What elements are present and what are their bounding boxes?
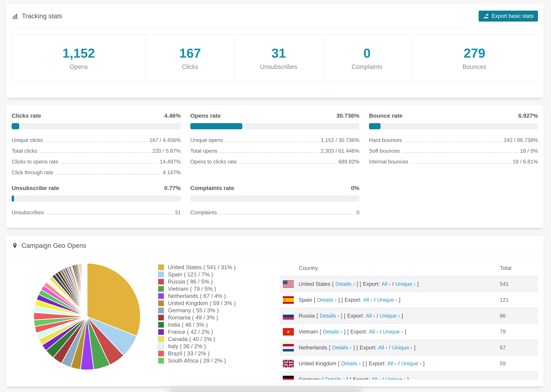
dotted-leader bbox=[55, 174, 161, 175]
details-link[interactable]: Details › bbox=[332, 345, 352, 351]
table-row: Russia [Details ›] [Export: All › / Uniq… bbox=[280, 308, 538, 324]
rate-progress-track bbox=[12, 123, 181, 129]
pie-legend: United States ( 541 / 31% ) Spain ( 121 … bbox=[158, 264, 236, 364]
details-link[interactable]: Details › bbox=[320, 313, 339, 319]
legend-swatch bbox=[158, 271, 164, 278]
country-name: Netherlands bbox=[299, 345, 327, 351]
dotted-leader bbox=[46, 214, 173, 215]
rate-progress-track bbox=[12, 196, 181, 202]
rate-progress-fill bbox=[12, 196, 14, 202]
summary-stats-row: 1,152 Opens 167 Clicks 31 Unsubscribes 0… bbox=[12, 34, 538, 82]
rate-row-label: Unsubscribes bbox=[12, 210, 44, 216]
legend-label: Canada ( 40 / 2% ) bbox=[168, 336, 215, 343]
summary-stat-cell: 279 Bounces bbox=[411, 34, 538, 82]
rate-row: Internal bounces 19 / 6.81% bbox=[369, 156, 538, 167]
country-total: 541 bbox=[500, 281, 538, 287]
tracking-stats-page: Tracking stats Export basic stats 1,152 … bbox=[0, 0, 551, 392]
legend-item: South Africa ( 29 / 2% ) bbox=[158, 357, 236, 364]
export-unique-link[interactable]: Unique › bbox=[396, 281, 416, 287]
geo-table: Country Total United States [Details ›] … bbox=[280, 260, 538, 380]
legend-label: Germany ( 55 / 3% ) bbox=[168, 307, 219, 314]
stat-label: Clicks bbox=[182, 63, 198, 70]
country-flag-icon bbox=[283, 344, 294, 351]
rate-row-label: Internal bounces bbox=[369, 159, 408, 165]
legend-item: France ( 42 / 2% ) bbox=[158, 328, 236, 336]
legend-label: France ( 42 / 2% ) bbox=[168, 329, 213, 335]
country-total: 79 bbox=[500, 329, 538, 335]
country-name: Vietnam bbox=[299, 329, 318, 335]
export-unique-link[interactable]: Unique › bbox=[392, 345, 412, 351]
rate-row-label: Unique clicks bbox=[12, 137, 43, 143]
country-total: 67 bbox=[500, 345, 538, 351]
details-link[interactable]: Details › bbox=[341, 361, 361, 367]
geo-pie-chart[interactable] bbox=[33, 263, 141, 371]
legend-swatch bbox=[158, 307, 164, 314]
rate-row-value: 4.147% bbox=[163, 169, 181, 176]
rate-block: Opens rate 30.736% Unique opens 1,152 / … bbox=[190, 112, 359, 178]
rate-row-value: 167 / 4.456% bbox=[149, 137, 181, 143]
export-unique-link[interactable]: Unique › bbox=[380, 313, 400, 319]
country-total: 121 bbox=[500, 297, 538, 303]
export-unique-link[interactable]: Unique › bbox=[377, 297, 397, 303]
rate-row-label: Total opens bbox=[190, 148, 218, 154]
country-total: 86 bbox=[500, 313, 538, 319]
export-all-link[interactable]: All › bbox=[381, 281, 390, 287]
legend-swatch bbox=[158, 293, 164, 299]
dotted-leader bbox=[60, 163, 158, 164]
pie-slice[interactable] bbox=[87, 263, 87, 317]
legend-item: Germany ( 55 / 3% ) bbox=[158, 307, 236, 314]
export-all-link[interactable]: All › bbox=[378, 345, 387, 351]
rate-block: Bounce rate 6.927% Hard bounces 242 / 86… bbox=[369, 112, 538, 178]
export-unique-link[interactable]: Unique › bbox=[385, 377, 405, 380]
stat-label: Bounces bbox=[463, 63, 487, 70]
rate-row-value: 18 / 0% bbox=[520, 148, 538, 154]
rate-row: Complaints 0 bbox=[190, 207, 359, 218]
legend-item: Brazil ( 33 / 2% ) bbox=[158, 350, 236, 357]
legend-item: Canada ( 40 / 2% ) bbox=[158, 336, 236, 343]
dotted-leader bbox=[239, 163, 336, 164]
rate-row-label: Unique opens bbox=[190, 137, 223, 143]
rate-progress-fill bbox=[190, 123, 242, 129]
country-name: United Kingdom bbox=[299, 361, 336, 367]
legend-label: United States ( 541 / 31% ) bbox=[168, 264, 236, 271]
rate-row-value: 19 / 6.81% bbox=[513, 159, 538, 165]
dotted-leader bbox=[39, 152, 150, 153]
export-unique-link[interactable]: Unique › bbox=[383, 329, 403, 335]
country-name: Spain bbox=[299, 297, 312, 303]
legend-swatch bbox=[158, 329, 164, 335]
country-name: Russia bbox=[299, 313, 315, 319]
rate-row-value: 242 / 86.738% bbox=[504, 137, 538, 143]
details-link[interactable]: Details › bbox=[325, 377, 345, 380]
details-link[interactable]: Details › bbox=[317, 297, 337, 303]
rate-row: Opens to clicks rate 689.82% bbox=[190, 156, 359, 167]
rate-row: Hard bounces 242 / 86.738% bbox=[369, 135, 538, 146]
export-all-link[interactable]: All › bbox=[371, 377, 380, 380]
export-label: Export: bbox=[345, 297, 361, 303]
details-link[interactable]: Details › bbox=[335, 281, 355, 287]
export-all-link[interactable]: All › bbox=[387, 361, 396, 367]
export-all-link[interactable]: All › bbox=[363, 297, 372, 303]
bottom-scroll-indicator[interactable] bbox=[169, 387, 362, 392]
legend-swatch bbox=[158, 358, 164, 364]
dotted-leader bbox=[219, 214, 354, 215]
details-link[interactable]: Details › bbox=[323, 329, 342, 335]
rate-row-label: Total clicks bbox=[12, 148, 37, 154]
rate-percent: 4.46% bbox=[164, 112, 181, 119]
column-header-country: Country bbox=[280, 265, 500, 271]
table-row: Spain [Details ›] [Export: All › / Uniqu… bbox=[280, 292, 538, 308]
country-name: Germany bbox=[299, 377, 320, 380]
legend-swatch bbox=[158, 350, 164, 357]
export-label: Export: bbox=[363, 281, 380, 287]
export-basic-stats-button[interactable]: Export basic stats bbox=[479, 11, 538, 21]
legend-swatch bbox=[158, 315, 164, 321]
legend-swatch bbox=[158, 322, 164, 328]
stat-label: Complaints bbox=[352, 63, 382, 70]
rate-rows: Unique opens 1,152 / 30.736% Total opens… bbox=[190, 135, 359, 167]
geo-opens-card: Campaign Geo Opens United States ( 541 /… bbox=[6, 235, 544, 386]
export-unique-link[interactable]: Unique › bbox=[401, 361, 421, 367]
legend-item: India ( 46 / 3% ) bbox=[158, 321, 236, 328]
export-all-link[interactable]: All › bbox=[366, 313, 375, 319]
legend-label: Russia ( 86 / 5% ) bbox=[168, 279, 213, 285]
export-all-link[interactable]: All › bbox=[369, 329, 378, 335]
legend-item: Romania ( 49 / 3% ) bbox=[158, 314, 236, 321]
